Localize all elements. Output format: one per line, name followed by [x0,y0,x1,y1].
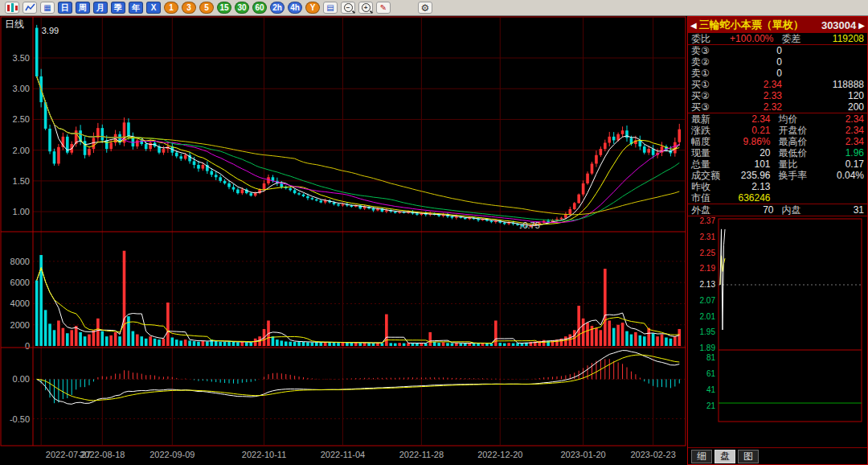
main-chart-svg[interactable]: 3.503.002.502.001.501.008000600040002000… [0,16,687,465]
prev-stock-arrow[interactable]: ◀ [690,21,697,30]
main-chart[interactable]: 3.503.002.502.001.501.008000600040002000… [0,16,687,465]
neipan-label: 内盘 [782,204,809,216]
tab-chart[interactable]: 图 [738,450,759,463]
svg-text:1.00: 1.00 [13,207,30,216]
field-label: 量比 [779,158,817,170]
svg-text:1.89: 1.89 [700,344,716,352]
ask-row-3[interactable]: 卖③ 0 [688,45,867,56]
next-stock-arrow[interactable]: ▶ [858,21,865,30]
waipan-value: 70 [719,204,782,216]
period-4h-button[interactable]: 4h [288,2,302,14]
svg-text:日线: 日线 [5,19,24,30]
svg-text:2.31: 2.31 [700,232,716,241]
period-day-button[interactable]: 日 [58,2,72,14]
field-label: 总量 [691,158,723,170]
period-custom-button[interactable]: X [146,2,161,14]
svg-text:81: 81 [706,353,716,362]
svg-text:0: 0 [25,341,30,351]
field-label: 成交额 [691,170,723,181]
kline-chart-icon[interactable] [5,2,19,14]
svg-text:3.50: 3.50 [13,53,30,63]
svg-text:-0.50: -0.50 [10,414,30,424]
zoom-out-icon[interactable]: − [341,2,355,14]
toolbar: ▦日周月季年X1351530602h4hY▤−+✎⚙ [0,0,868,16]
stock-code: 303004 [821,19,856,31]
detail-row: 总量 101 量比 0.17 [688,158,867,170]
period-3min-button[interactable]: 3 [182,2,196,14]
weicha-value: 119208 [809,33,865,44]
bid-price: 2.32 [719,101,801,113]
field-label: 昨收 [691,181,723,192]
field-label: 涨跌 [691,125,723,136]
field-value: 1.96 [817,147,865,158]
ask-row-2[interactable]: 卖② 0 [688,56,867,68]
period-15min-button[interactable]: 15 [217,2,231,14]
field-value: 0.04% [817,170,865,181]
trend-chart-icon[interactable] [23,2,37,14]
intraday-chart[interactable]: 2.372.312.252.192.132.072.011.951.898161… [688,216,867,447]
bid-row-3[interactable]: 买③ 2.32 200 [688,101,867,113]
bid-volume: 120 [801,90,864,101]
period-60min-button[interactable]: 60 [252,2,267,14]
bid-row-2[interactable]: 买② 2.33 120 [688,90,867,101]
field-label: 开盘价 [779,125,817,136]
layout-icon[interactable]: ▦ [40,2,55,14]
svg-text:21: 21 [706,401,716,410]
svg-text:↓0.75: ↓0.75 [518,220,540,230]
detail-row: 市值 636246 [688,192,867,204]
period-year-button[interactable]: 年 [129,2,143,14]
zoom-in-icon[interactable]: + [358,2,373,14]
svg-text:2.19: 2.19 [700,264,716,273]
field-value: 2.34 [817,136,865,147]
bid-price: 2.33 [719,90,801,101]
field-value: 0.17 [817,158,865,170]
bid-label: 买① [691,79,719,90]
field-value: 9.86% [723,136,779,147]
svg-text:6000: 6000 [10,278,30,287]
draw-tool-icon[interactable]: ✎ [376,2,391,14]
bid-volume: 118888 [801,79,864,90]
field-label: 均价 [779,113,817,125]
ask-label: 卖① [691,68,719,79]
svg-text:2022-11-28: 2022-11-28 [399,450,444,459]
svg-text:3.00: 3.00 [13,84,30,93]
weibi-value: +100.00% [719,33,782,44]
quote-panel: ◀ 三輪蛇小本票（單枚） 303004 ▶ 委比 +100.00% 委差 119… [687,16,868,465]
period-week-button[interactable]: 周 [76,2,90,14]
period-5min-button[interactable]: 5 [199,2,214,14]
svg-text:1.95: 1.95 [700,327,716,336]
tab-order[interactable]: 盘 [714,450,735,463]
settings-icon[interactable]: ⚙ [418,2,432,14]
period-1min-button[interactable]: 1 [164,2,178,14]
field-value: 636246 [723,192,779,204]
intraday-chart-svg[interactable]: 2.372.312.252.192.132.072.011.951.898161… [688,216,867,432]
ask-price: 0 [719,56,801,68]
svg-text:8000: 8000 [10,257,30,266]
bid-row-1[interactable]: 买① 2.34 118888 [688,79,867,90]
svg-text:2.25: 2.25 [700,249,716,257]
period-y-button[interactable]: Y [305,2,320,14]
period-quarter-button[interactable]: 季 [111,2,125,14]
ask-label: 卖② [691,56,719,68]
field-value: 2.34 [723,113,779,125]
quote-list-icon[interactable]: ▤ [323,2,338,14]
svg-text:2000: 2000 [10,320,30,330]
detail-row: 现量 20 最低价 1.96 [688,147,867,158]
period-month-button[interactable]: 月 [93,2,108,14]
svg-text:2.50: 2.50 [13,114,30,124]
period-30min-button[interactable]: 30 [235,2,249,14]
weicha-label: 委差 [782,33,809,44]
ask-label: 卖③ [691,45,719,56]
svg-text:2022-10-11: 2022-10-11 [242,450,286,459]
field-label: 幅度 [691,136,723,147]
field-value: 20 [723,147,779,158]
period-2h-button[interactable]: 2h [270,2,285,14]
tab-detail[interactable]: 细 [691,450,712,463]
field-label: 市值 [691,192,723,204]
svg-text:2023-02-23: 2023-02-23 [631,450,676,459]
ask-row-1[interactable]: 卖① 0 [688,68,867,79]
waipan-label: 外盘 [691,204,719,216]
neipan-value: 31 [809,204,865,216]
svg-text:2.13: 2.13 [700,280,716,289]
field-value: 235.96 [723,170,779,181]
